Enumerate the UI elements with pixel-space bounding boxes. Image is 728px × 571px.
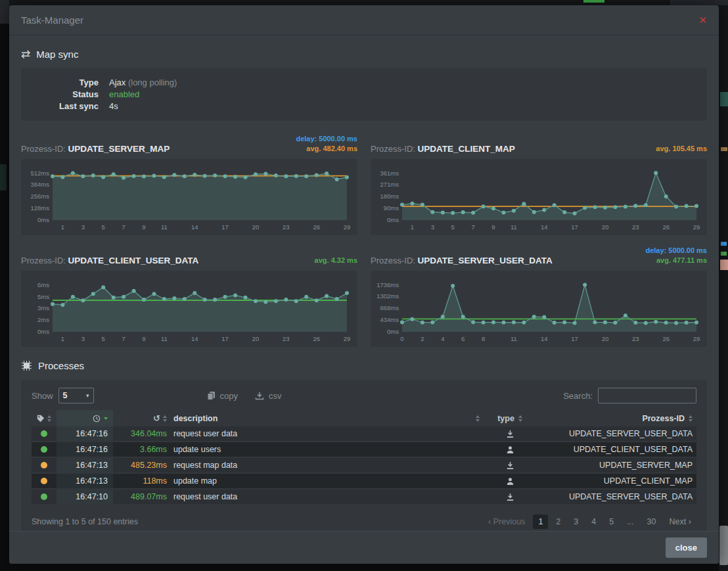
svg-text:0ms: 0ms — [37, 328, 49, 335]
modal-body: ⇄ Map sync Type Ajax (long polling) Stat… — [9, 35, 719, 538]
type-column-header[interactable]: type — [486, 410, 534, 426]
svg-text:1: 1 — [411, 223, 414, 231]
line-chart: 6ms5ms3ms2ms0ms1357911141720232629 — [26, 275, 352, 343]
svg-text:0: 0 — [400, 335, 403, 342]
svg-text:1302ms: 1302ms — [376, 292, 399, 300]
user-icon — [506, 477, 514, 486]
sort-desc-toggle — [104, 417, 108, 420]
status-value: enabled — [109, 89, 139, 101]
type-suffix: (long polling) — [128, 78, 177, 87]
entries-info: Showing 1 to 5 of 150 entries — [32, 517, 138, 526]
close-button[interactable]: close — [666, 537, 707, 558]
page-button-3[interactable]: 3 — [568, 514, 583, 529]
chart-avg-label: avg. 477.11 ms — [645, 256, 707, 265]
page-button-30[interactable]: 30 — [642, 514, 662, 529]
line-chart: 361ms271ms180ms90ms0ms135791114172023262… — [376, 163, 702, 231]
row-duration: 346.04ms — [113, 426, 167, 441]
download-icon — [506, 493, 514, 501]
svg-text:26: 26 — [313, 223, 320, 231]
svg-text:90ms: 90ms — [384, 204, 399, 212]
table-row[interactable]: 16:47:16 346.04ms request user data UPDA… — [32, 426, 696, 442]
description-header-label: description — [173, 414, 217, 423]
row-type-cell — [486, 426, 534, 441]
chart-avg-label: avg. 105.45 ms — [656, 144, 707, 154]
svg-text:434ms: 434ms — [380, 316, 399, 323]
map-sync-heading: ⇄ Map sync — [21, 49, 707, 60]
processes-heading: Processes — [21, 360, 707, 371]
svg-text:20: 20 — [252, 335, 260, 342]
table-body: 16:47:16 346.04ms request user data UPDA… — [32, 426, 696, 505]
svg-text:3: 3 — [81, 335, 85, 342]
modal-footer: close — [9, 531, 719, 564]
map-sync-panel: Type Ajax (long polling) Status enabled … — [21, 68, 707, 121]
chip-icon — [21, 360, 32, 371]
csv-button[interactable]: csv — [255, 391, 282, 401]
background-page-fragment — [721, 147, 727, 151]
chart-stats: avg. 4.32 ms — [315, 256, 357, 265]
svg-text:29: 29 — [344, 335, 351, 342]
chart-title: Prozess-ID: UPDATE_CLIENT_MAP — [371, 144, 515, 154]
show-entries-select[interactable]: 5 ▾ — [58, 388, 94, 403]
chart-panel: 6ms5ms3ms2ms0ms1357911141720232629 — [21, 271, 357, 347]
chart-delay-label: delay: 5000.00 ms — [296, 134, 357, 144]
type-header-label: type — [497, 414, 514, 423]
row-status-cell — [32, 478, 57, 484]
next-button[interactable]: Next › — [664, 514, 696, 529]
table-row[interactable]: 16:47:13 118ms update map UPDATE_CLIENT_… — [32, 474, 696, 490]
page-button-1[interactable]: 1 — [533, 514, 548, 529]
pagination: ‹ Previous12345...30Next › — [483, 514, 696, 529]
last-sync-label: Last sync — [21, 101, 99, 112]
row-time: 16:47:16 — [57, 426, 113, 441]
status-dot — [41, 478, 47, 484]
row-type-cell — [486, 490, 534, 504]
svg-text:2: 2 — [421, 335, 424, 342]
svg-text:23: 23 — [632, 335, 639, 342]
prozess-id-column-header[interactable]: Prozess-ID — [534, 410, 696, 426]
svg-text:3: 3 — [431, 223, 434, 231]
time-column-header[interactable] — [57, 410, 113, 426]
chevron-down-icon: ▾ — [86, 392, 89, 399]
svg-text:256ms: 256ms — [30, 193, 49, 200]
row-status-cell — [32, 462, 57, 468]
svg-text:14: 14 — [191, 223, 198, 231]
svg-text:6: 6 — [461, 335, 465, 342]
row-duration: 3.66ms — [113, 442, 167, 457]
page-button-2[interactable]: 2 — [551, 514, 566, 529]
table-row[interactable]: 16:47:10 489.07ms request user data UPDA… — [32, 490, 696, 505]
description-column-header[interactable]: description — [167, 410, 486, 426]
chart-title-prefix: Prozess-ID: — [371, 144, 418, 154]
table-header-row: ↺ description type Prozess-ID — [32, 410, 696, 426]
row-description: request user data — [167, 426, 486, 441]
table-footer: Showing 1 to 5 of 150 entries ‹ Previous… — [32, 514, 696, 529]
page-button-4[interactable]: 4 — [586, 514, 601, 529]
svg-text:11: 11 — [511, 335, 517, 342]
search-input[interactable] — [598, 388, 696, 403]
svg-text:5: 5 — [102, 335, 105, 342]
prev-button[interactable]: ‹ Previous — [483, 514, 530, 529]
chart-title: Prozess-ID: UPDATE_CLIENT_USER_DATA — [21, 256, 198, 265]
table-row[interactable]: 16:47:16 3.66ms update users UPDATE_CLIE… — [32, 442, 696, 458]
duration-column-header[interactable]: ↺ — [113, 410, 167, 426]
background-page-fragment — [720, 260, 728, 270]
show-entries-group: Show 5 ▾ — [32, 388, 94, 403]
ellipsis-button: ... — [622, 514, 639, 529]
svg-text:384ms: 384ms — [30, 181, 49, 188]
close-icon[interactable]: ✕ — [698, 15, 707, 25]
page-scrollbar[interactable] — [719, 526, 728, 565]
copy-button[interactable]: copy — [207, 391, 238, 401]
svg-text:20: 20 — [602, 335, 609, 342]
table-row[interactable]: 16:47:13 485.23ms request map data UPDAT… — [32, 458, 696, 474]
export-buttons: copy csv — [207, 391, 282, 401]
status-dot — [41, 493, 47, 500]
svg-text:128ms: 128ms — [30, 204, 49, 212]
svg-text:17: 17 — [221, 223, 229, 231]
status-column-header[interactable] — [32, 415, 57, 423]
sort-toggle — [689, 415, 693, 422]
chart-header: Prozess-ID: UPDATE_SERVER_MAP delay: 500… — [21, 133, 357, 154]
svg-text:3: 3 — [81, 223, 85, 231]
background-page-fragment — [721, 252, 727, 256]
background-top-bar-segment — [670, 0, 728, 5]
page-button-5[interactable]: 5 — [604, 514, 619, 529]
row-duration: 489.07ms — [113, 490, 167, 504]
svg-text:11: 11 — [161, 335, 168, 342]
